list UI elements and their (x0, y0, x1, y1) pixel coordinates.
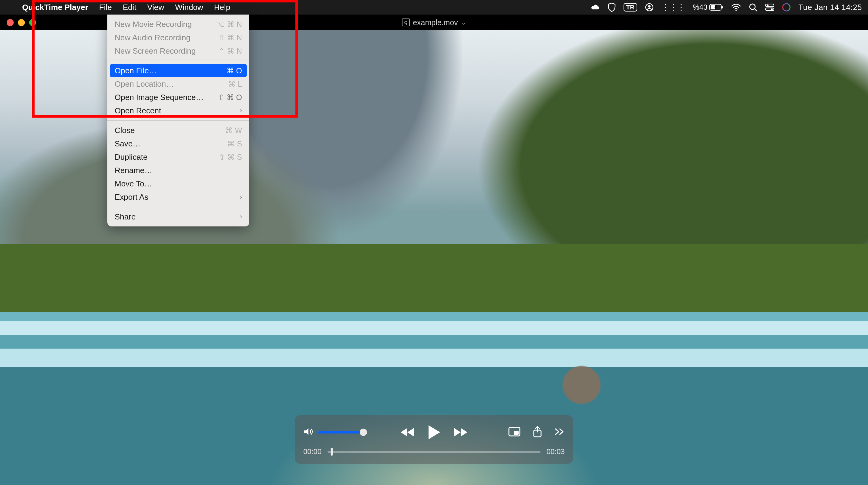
svg-point-11 (771, 8, 773, 10)
input-source[interactable]: TR (624, 3, 637, 11)
control-center-icon[interactable] (765, 4, 774, 11)
menu-item-label: New Audio Recording (115, 33, 190, 42)
svg-rect-15 (514, 431, 519, 435)
menu-file[interactable]: File (94, 0, 117, 14)
menu-item-label: Open Location… (115, 79, 174, 89)
menu-item-label: Move To… (115, 179, 152, 189)
chevron-down-icon: ⌄ (461, 19, 466, 26)
svg-rect-3 (721, 6, 723, 8)
menu-item-label: Export As (115, 192, 148, 202)
menu-item-shortcut: ⌥ ⌘ N (209, 20, 242, 29)
volume-thumb[interactable] (360, 429, 367, 436)
menu-item-rename[interactable]: Rename… (107, 164, 249, 177)
menu-item-new-audio-recording: New Audio Recording⇧ ⌘ N (107, 31, 249, 44)
chevron-right-icon: › (240, 212, 242, 222)
menu-separator (107, 61, 249, 61)
security-icon[interactable] (608, 3, 616, 12)
traffic-lights (7, 19, 36, 26)
menu-help[interactable]: Help (209, 0, 236, 14)
app-name[interactable]: QuickTime Player (17, 3, 94, 12)
dots-icon[interactable]: ⋮⋮⋮ (661, 3, 685, 12)
menu-item-new-screen-recording: New Screen Recording⌃ ⌘ N (107, 44, 249, 58)
menu-item-label: Save… (115, 139, 141, 149)
menu-item-label: Rename… (115, 165, 152, 175)
timeline-slider[interactable] (328, 451, 540, 453)
menu-item-shortcut: ⇧ ⌘ N (209, 33, 242, 42)
menu-item-shortcut: ⌘ W (209, 126, 242, 135)
pip-button[interactable] (508, 427, 521, 438)
document-icon (402, 19, 410, 26)
fast-forward-button[interactable] (453, 427, 468, 438)
playback-controls: 00:00 00:03 (295, 415, 573, 464)
volume-slider[interactable] (318, 431, 363, 433)
menu-item-label: Open Image Sequence… (115, 92, 204, 102)
battery-status[interactable]: %43 (693, 3, 723, 11)
play-button[interactable] (427, 425, 441, 440)
menu-item-shortcut: ⇧ ⌘ O (209, 92, 242, 102)
siri-icon[interactable] (782, 3, 790, 11)
chevron-right-icon: › (240, 106, 242, 116)
user-icon[interactable] (645, 3, 654, 11)
cloud-icon[interactable] (591, 4, 600, 11)
menu-item-close[interactable]: Close⌘ W (107, 124, 249, 137)
menu-item-shortcut: ⌘ O (209, 66, 242, 75)
share-button[interactable] (533, 426, 542, 439)
menu-window[interactable]: Window (169, 0, 208, 14)
more-button[interactable] (554, 428, 565, 437)
menu-item-shortcut: ⌘ S (209, 139, 242, 149)
file-dropdown-menu: New Movie Recording⌥ ⌘ NNew Audio Record… (107, 14, 249, 226)
svg-line-7 (754, 9, 757, 11)
menu-item-open-recent[interactable]: Open Recent› (107, 104, 249, 117)
menu-item-open-location: Open Location…⌘ L (107, 77, 249, 91)
menu-item-export-as[interactable]: Export As› (107, 190, 249, 204)
menu-item-new-movie-recording: New Movie Recording⌥ ⌘ N (107, 18, 249, 31)
zoom-window-button[interactable] (29, 19, 36, 26)
minimize-window-button[interactable] (18, 19, 25, 26)
menu-item-open-file[interactable]: Open File…⌘ O (110, 64, 247, 77)
menubar-status-area: TR ⋮⋮⋮ %43 Tue Jan 14 14:25 (591, 3, 868, 12)
menu-edit[interactable]: Edit (117, 0, 142, 14)
volume-icon (303, 427, 314, 437)
menu-item-label: New Screen Recording (115, 46, 196, 56)
menu-item-label: Share (115, 212, 135, 222)
document-title[interactable]: example.mov ⌄ (402, 18, 466, 27)
menu-item-shortcut: ⌃ ⌘ N (209, 46, 242, 56)
battery-percent: %43 (693, 3, 708, 11)
menu-item-label: Close (115, 126, 135, 135)
menu-item-move-to[interactable]: Move To… (107, 177, 249, 190)
menu-item-shortcut: ⌘ L (209, 79, 242, 89)
svg-point-5 (736, 10, 737, 11)
menu-item-shortcut: ⇧ ⌘ S (209, 152, 242, 162)
current-time: 00:00 (303, 447, 321, 456)
menu-separator (107, 207, 249, 207)
menu-item-duplicate[interactable]: Duplicate⇧ ⌘ S (107, 150, 249, 164)
document-name: example.mov (413, 18, 458, 27)
menubar: QuickTime Player File Edit View Window H… (0, 0, 868, 14)
menu-item-share[interactable]: Share› (107, 210, 249, 223)
svg-point-1 (648, 5, 651, 7)
svg-rect-4 (711, 5, 715, 9)
menubar-clock[interactable]: Tue Jan 14 14:25 (799, 3, 862, 12)
menu-item-open-image-sequence[interactable]: Open Image Sequence…⇧ ⌘ O (107, 91, 249, 104)
menu-item-save[interactable]: Save…⌘ S (107, 137, 249, 150)
menu-separator (107, 120, 249, 121)
svg-point-9 (767, 5, 769, 6)
duration: 00:03 (547, 447, 565, 456)
playhead-thumb[interactable] (331, 448, 333, 456)
menu-item-label: Open Recent (115, 106, 161, 116)
menu-view[interactable]: View (142, 0, 169, 14)
close-window-button[interactable] (7, 19, 14, 26)
spotlight-icon[interactable] (749, 3, 757, 11)
chevron-right-icon: › (240, 192, 242, 202)
menu-item-label: New Movie Recording (115, 20, 192, 29)
rewind-button[interactable] (400, 427, 415, 438)
menu-item-label: Duplicate (115, 152, 147, 162)
wifi-icon[interactable] (731, 4, 741, 11)
volume-control[interactable] (303, 427, 363, 437)
menu-item-label: Open File… (115, 66, 157, 75)
